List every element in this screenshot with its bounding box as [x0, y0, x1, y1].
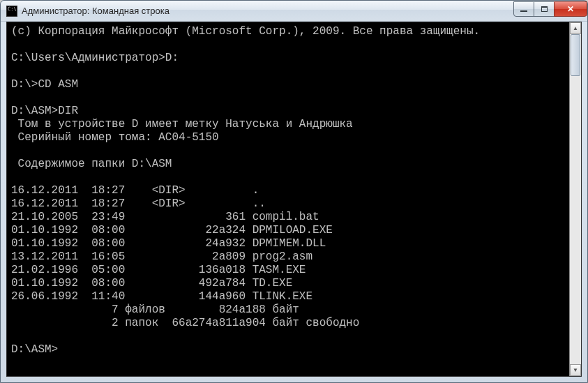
maximize-icon [541, 6, 548, 12]
cmd-icon [6, 6, 17, 17]
terminal-output[interactable]: (с) Корпорация Майкрософт (Microsoft Cor… [7, 22, 569, 376]
scroll-up-button[interactable]: ▲ [570, 22, 581, 34]
minimize-button[interactable] [513, 1, 534, 17]
titlebar[interactable]: Администратор: Командная строка ✕ [1, 1, 587, 22]
window-controls: ✕ [514, 1, 587, 17]
window-title: Администратор: Командная строка [22, 6, 514, 16]
scroll-down-button[interactable]: ▼ [570, 364, 581, 376]
close-button[interactable]: ✕ [554, 1, 587, 17]
scroll-track[interactable] [570, 34, 581, 364]
minimize-icon [520, 10, 527, 12]
maximize-button[interactable] [534, 1, 555, 17]
command-prompt-window: Администратор: Командная строка ✕ (с) Ко… [0, 0, 588, 383]
close-icon: ✕ [567, 5, 574, 13]
vertical-scrollbar[interactable]: ▲ ▼ [569, 22, 581, 376]
chevron-up-icon: ▲ [573, 25, 578, 31]
client-area: (с) Корпорация Майкрософт (Microsoft Cor… [6, 22, 582, 377]
chevron-down-icon: ▼ [573, 367, 578, 373]
scroll-thumb[interactable] [571, 34, 580, 76]
